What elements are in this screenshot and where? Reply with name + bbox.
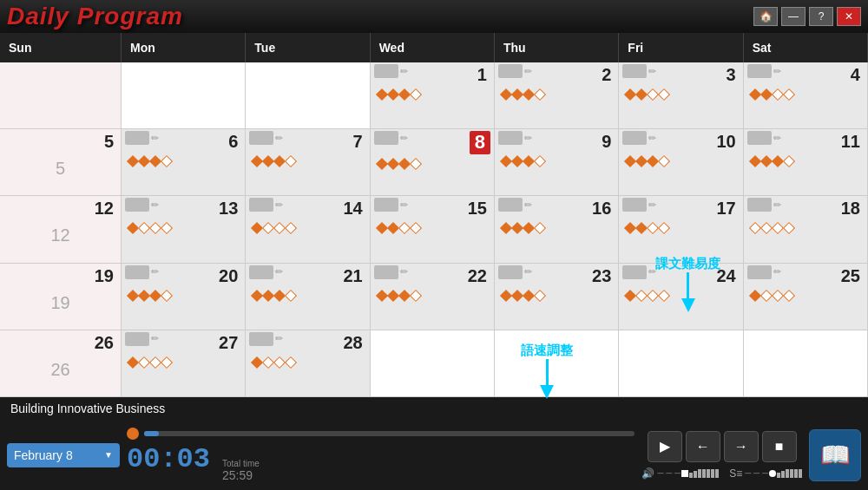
help-button[interactable]: ? (809, 7, 833, 26)
diamond-3 (410, 290, 422, 302)
lesson-thumbnail-icon (747, 265, 772, 279)
cell-top-row: 19 (3, 265, 117, 286)
diamond-2 (647, 222, 659, 234)
diamond-0 (749, 155, 761, 167)
pencil-icon: ✏ (400, 199, 408, 211)
calendar-day-2-1[interactable]: ✏13 (122, 196, 246, 262)
cell-icons: ✏ (622, 64, 656, 78)
calendar-day-4-1[interactable]: ✏27 (122, 330, 246, 396)
day-number: 1 (477, 64, 490, 85)
volume-control: 🔊 ─ ─ ─ (641, 467, 719, 480)
home-button[interactable]: 🏠 (753, 7, 778, 26)
notebook-button[interactable]: 📖 (809, 429, 861, 481)
calendar-day-3-5[interactable]: ✏24 (619, 264, 743, 330)
controls-area: February 8 ▼ 00:03 Tota (0, 420, 868, 490)
pencil-icon: ✏ (773, 133, 781, 144)
calendar-day-2-0[interactable]: 1212 (0, 196, 122, 262)
diamonds-row (125, 356, 241, 369)
diamonds-row (249, 290, 365, 302)
speed-ticks (777, 469, 802, 478)
pencil-icon: ✏ (275, 333, 283, 344)
calendar-day-1-6[interactable]: ✏11 (744, 129, 868, 195)
bottom-bar: Building Innovative Business February 8 … (0, 397, 868, 490)
media-buttons: ▶ ← → ■ (648, 431, 797, 462)
back-button[interactable]: ← (686, 431, 720, 462)
cell-icons: ✏ (374, 265, 408, 279)
calendar-day-1-4[interactable]: ✏9 (495, 129, 619, 195)
calendar-day-2-4[interactable]: ✏16 (495, 196, 619, 262)
close-button[interactable]: ✕ (837, 7, 861, 26)
calendar-day-1-0[interactable]: 55 (0, 129, 122, 195)
day-number: 6 (228, 131, 241, 152)
pencil-icon: ✏ (648, 66, 656, 77)
progress-handle[interactable] (127, 428, 139, 440)
progress-track[interactable] (144, 431, 635, 436)
progress-bar-container (127, 428, 635, 440)
diamonds-row (498, 155, 615, 167)
speed-icon: S≡ (729, 467, 743, 480)
calendar-day-1-5[interactable]: ✏10 (619, 129, 743, 195)
calendar-day-0-4[interactable]: ✏2 (495, 62, 619, 128)
pencil-icon: ✏ (524, 66, 532, 77)
volume-knob[interactable] (681, 470, 688, 477)
diamond-2 (523, 222, 535, 234)
diamond-0 (500, 155, 512, 167)
diamonds-row (622, 88, 739, 101)
stop-button[interactable]: ■ (762, 431, 797, 462)
title-bar: Daily Program 🏠 — ? ✕ (0, 0, 868, 33)
calendar-day-3-0[interactable]: 1919 (0, 264, 122, 330)
calendar-day-3-4[interactable]: ✏23 (495, 264, 619, 330)
calendar-day-3-3[interactable]: ✏22 (371, 264, 495, 330)
calendar-week-2: 1212✏13✏14✏15✏16✏17✏18 (0, 196, 868, 263)
calendar-day-1-3[interactable]: ✏8 (371, 129, 495, 195)
minimize-button[interactable]: — (781, 7, 806, 26)
volume-ticks (689, 469, 719, 478)
diamonds-row (374, 290, 490, 302)
forward-button[interactable]: → (724, 431, 759, 462)
diamond-0 (749, 222, 761, 234)
calendar-day-3-2[interactable]: ✏21 (246, 264, 370, 330)
play-button[interactable]: ▶ (648, 431, 682, 462)
calendar-day-0-3[interactable]: ✏1 (371, 62, 495, 128)
header-wed: Wed (371, 33, 495, 62)
cell-icons: ✏ (622, 131, 656, 145)
pencil-icon: ✏ (400, 266, 408, 278)
day-number: 15 (468, 198, 490, 219)
diamond-0 (749, 88, 761, 101)
diamond-1 (760, 222, 773, 234)
calendar-body: ✏1✏2✏3✏455✏6✏7✏8✏9✏10✏111212✏13✏14✏15✏16… (0, 62, 868, 397)
diamond-0 (500, 88, 512, 101)
calendar-day-4-0[interactable]: 2626 (0, 330, 122, 396)
pencil-icon: ✏ (151, 133, 159, 144)
cell-icons: ✏ (125, 332, 159, 346)
diamond-3 (783, 290, 795, 302)
calendar-day-2-5[interactable]: ✏17 (619, 196, 743, 262)
diamonds-row (498, 222, 615, 234)
calendar-day-2-6[interactable]: ✏18 (744, 196, 868, 262)
calendar-day-1-2[interactable]: ✏7 (246, 129, 370, 195)
volume-icon: 🔊 (641, 467, 655, 480)
speed-knob[interactable] (769, 470, 776, 477)
diamond-3 (658, 290, 670, 302)
day-number: 24 (716, 265, 739, 286)
day-number: 23 (592, 265, 615, 286)
date-dropdown[interactable]: February 8 ▼ (7, 443, 120, 467)
cell-icons: ✏ (747, 198, 781, 212)
calendar-day-2-2[interactable]: ✏14 (246, 196, 370, 262)
lesson-thumbnail-icon (249, 198, 273, 212)
calendar-day-4-2[interactable]: ✏28 (246, 330, 370, 396)
calendar-day-2-3[interactable]: ✏15 (371, 196, 495, 262)
calendar-day-1-1[interactable]: ✏6 (122, 129, 246, 195)
diamond-0 (127, 155, 139, 167)
calendar-day-3-1[interactable]: ✏20 (122, 264, 246, 330)
diamond-3 (534, 88, 546, 101)
pencil-icon: ✏ (151, 266, 159, 278)
pencil-icon: ✏ (648, 199, 656, 211)
calendar-day-4-6 (744, 330, 868, 396)
lesson-thumbnail-icon (622, 64, 647, 78)
lesson-thumbnail-icon (622, 198, 647, 212)
calendar-day-0-5[interactable]: ✏3 (619, 62, 743, 128)
calendar-day-3-6[interactable]: ✏25 (744, 264, 868, 330)
calendar-day-0-6[interactable]: ✏4 (744, 62, 868, 128)
cell-top-row: ✏8 (374, 131, 490, 154)
